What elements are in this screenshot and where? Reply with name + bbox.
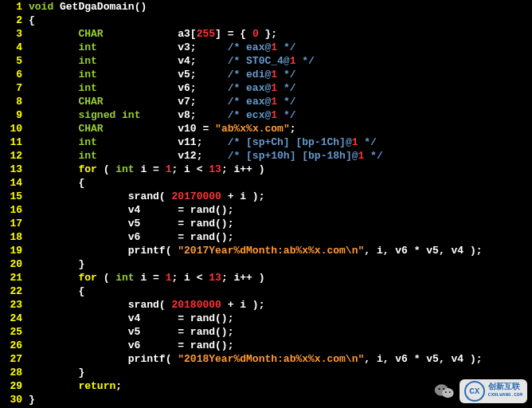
token-punct <box>29 28 78 40</box>
line-number: 28 <box>0 366 29 379</box>
token-ident: GetDgaDomain <box>53 1 134 13</box>
line-number: 8 <box>0 95 29 108</box>
code-line: 2{ <box>0 14 532 27</box>
token-punct: a3[ <box>104 28 197 40</box>
token-punct: v5 = rand(); <box>29 218 233 230</box>
line-number: 24 <box>0 312 29 325</box>
token-kw-type: CHAR <box>78 28 103 40</box>
svg-point-2 <box>438 388 440 390</box>
line-number: 15 <box>0 190 29 203</box>
line-number: 11 <box>0 135 29 149</box>
token-punct: ( <box>97 272 115 284</box>
token-punct: v8; <box>140 109 227 121</box>
token-punct <box>29 150 78 162</box>
code-content: int v11; /* [sp+Ch] [bp-1Ch]@1 */ <box>29 135 532 149</box>
token-punct: { <box>29 177 84 189</box>
code-content: v4 = rand(); <box>29 312 532 325</box>
line-number: 27 <box>0 352 29 366</box>
token-punct: i = <box>135 272 166 284</box>
line-number: 16 <box>0 203 29 217</box>
code-content: signed int v8; /* ecx@1 */ <box>29 108 532 122</box>
token-punct: } <box>29 367 84 379</box>
code-content: v5 = rand(); <box>29 325 532 339</box>
token-punct: { <box>29 14 35 26</box>
token-cmt: /* ST0C_4@ <box>228 55 290 67</box>
code-line: 15 srand( 20170000 + i ); <box>0 190 532 203</box>
token-punct: i = <box>135 163 166 175</box>
token-kw-type: void <box>29 1 53 13</box>
code-content: int v6; /* eax@1 */ <box>29 81 532 95</box>
code-line: 25 v5 = rand(); <box>0 325 532 339</box>
token-cmt: /* [sp+10h] [bp-18h]@ <box>228 150 358 162</box>
token-punct: } <box>29 394 35 406</box>
code-line: 12 int v12; /* [sp+10h] [bp-18h]@1 */ <box>0 149 532 163</box>
line-number: 20 <box>0 257 29 271</box>
token-punct: v5 = rand(); <box>29 326 233 338</box>
token-punct: v4; <box>97 55 228 67</box>
line-number: 25 <box>0 325 29 339</box>
svg-point-3 <box>443 388 444 390</box>
code-line: 16 v4 = rand(); <box>0 203 532 217</box>
code-content: v5 = rand(); <box>29 217 532 230</box>
token-punct: ] = { <box>215 28 252 40</box>
token-cmt: */ <box>277 109 295 121</box>
brand-name-cn: 创新互联 <box>488 383 522 391</box>
token-punct <box>29 123 78 135</box>
token-punct: ( <box>97 163 115 175</box>
code-content: int v12; /* [sp+10h] [bp-18h]@1 */ <box>29 149 532 163</box>
token-punct: v6; <box>97 82 228 94</box>
token-kw-type: CHAR <box>78 96 103 108</box>
token-punct: v11; <box>97 136 228 148</box>
token-str: "ab%x%x.com" <box>215 123 290 135</box>
token-punct: printf( <box>29 245 178 257</box>
token-cmt: */ <box>358 136 377 148</box>
token-kw-type: int <box>78 150 96 162</box>
code-content: { <box>29 176 532 190</box>
line-number: 13 <box>0 163 29 176</box>
token-num: 13 <box>209 272 221 284</box>
code-content: CHAR v7; /* eax@1 */ <box>29 95 532 108</box>
code-line: 22 { <box>0 284 532 298</box>
token-num: 13 <box>209 163 221 175</box>
line-number: 7 <box>0 81 29 95</box>
token-punct <box>29 136 78 148</box>
token-kw-type: int <box>115 163 134 175</box>
line-number: 1 <box>0 0 29 14</box>
token-punct <box>29 272 78 284</box>
token-num: 1 <box>271 41 277 53</box>
token-cmt: */ <box>364 150 382 162</box>
token-punct: , i, v6 * v5, v4 ); <box>364 353 482 365</box>
token-cmt: */ <box>277 82 295 94</box>
code-content: { <box>29 14 532 27</box>
token-punct: printf( <box>29 353 178 365</box>
token-kw-type: CHAR <box>78 123 103 135</box>
token-cmt: /* eax@ <box>228 96 272 108</box>
code-line: 4 int v3; /* eax@1 */ <box>0 41 532 54</box>
code-content: printf( "2018Year%dMonth:ab%x%x.com\n", … <box>29 352 532 366</box>
code-content: CHAR v10 = "ab%x%x.com"; <box>29 122 532 135</box>
token-punct: v6 = rand(); <box>29 231 233 243</box>
token-punct <box>29 55 78 67</box>
token-str: "2017Year%dMonth:ab%x%x.com\n" <box>178 245 364 257</box>
code-line: 17 v5 = rand(); <box>0 217 532 230</box>
token-punct: }; <box>259 28 277 40</box>
code-line: 26 v6 = rand(); <box>0 339 532 352</box>
code-content: srand( 20180000 + i ); <box>29 298 532 312</box>
token-punct: { <box>29 285 84 297</box>
code-line: 13 for ( int i = 1; i < 13; i++ ) <box>0 163 532 176</box>
token-punct: ; i < <box>171 163 209 175</box>
token-punct: () <box>135 1 147 13</box>
watermark: CX 创新互联 CXHLWANG.COM <box>434 379 527 403</box>
code-content: v4 = rand(); <box>29 203 532 217</box>
token-punct: srand( <box>29 299 171 311</box>
token-punct: ; i++ ) <box>221 163 265 175</box>
token-str: "2018Year%dMonth:ab%x%x.com\n" <box>178 353 364 365</box>
code-content: } <box>29 257 532 271</box>
token-punct: v4 = rand(); <box>29 204 233 216</box>
line-number: 17 <box>0 217 29 230</box>
code-content: int v4; /* ST0C_4@1 */ <box>29 54 532 68</box>
code-line: 24 v4 = rand(); <box>0 312 532 325</box>
token-kw-type: int <box>78 55 96 67</box>
token-kw-type: int <box>78 82 96 94</box>
token-punct <box>29 96 78 108</box>
